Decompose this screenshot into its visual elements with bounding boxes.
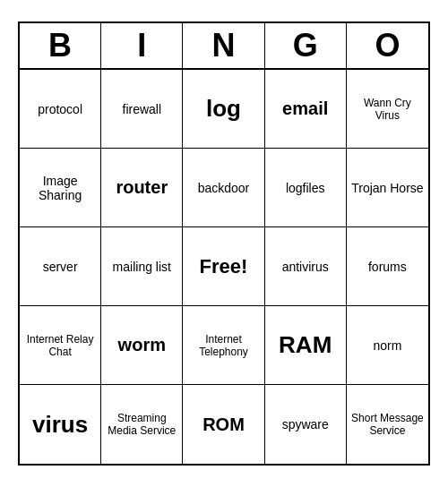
bingo-cell: logfiles [265,149,347,227]
bingo-cell: firewall [101,70,183,149]
bingo-cell: Trojan Horse [347,149,428,227]
bingo-cell: norm [347,306,428,385]
header-letter: I [101,23,183,68]
bingo-cell: protocol [20,70,101,149]
bingo-cell: Free! [183,227,264,306]
bingo-cell: forums [347,227,428,306]
bingo-card: BINGO protocolfirewalllogemailWann Cry V… [18,21,430,466]
bingo-cell: log [183,70,264,149]
bingo-cell: router [101,149,183,227]
bingo-cell: Image Sharing [20,149,101,227]
header-letter: N [183,23,264,68]
header-letter: O [347,23,428,68]
bingo-cell: spyware [265,385,347,464]
bingo-cell: virus [20,385,101,464]
bingo-cell: Wann Cry Virus [347,70,428,149]
bingo-cell: Short Message Service [347,385,428,464]
bingo-cell: mailing list [101,227,183,306]
bingo-header: BINGO [20,23,428,70]
bingo-cell: email [265,70,347,149]
bingo-cell: Internet Telephony [183,306,264,385]
bingo-cell: worm [101,306,183,385]
bingo-cell: backdoor [183,149,264,227]
header-letter: B [20,23,101,68]
header-letter: G [265,23,347,68]
bingo-grid: protocolfirewalllogemailWann Cry VirusIm… [20,70,428,464]
bingo-cell: antivirus [265,227,347,306]
bingo-cell: Streaming Media Service [101,385,183,464]
bingo-cell: server [20,227,101,306]
bingo-cell: ROM [183,385,264,464]
bingo-cell: RAM [265,306,347,385]
bingo-cell: Internet Relay Chat [20,306,101,385]
